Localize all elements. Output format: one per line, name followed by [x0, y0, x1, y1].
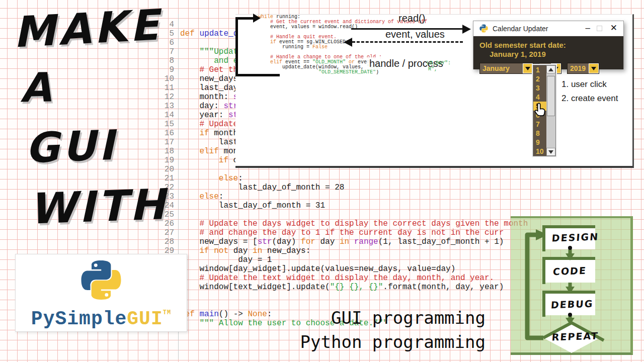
label-read: read() [398, 13, 425, 24]
code-line: running = False [258, 45, 427, 50]
code-line: 24 last_day_of_month = 31 [159, 201, 528, 210]
day-option[interactable]: 2 [533, 74, 546, 83]
pysimplegui-logo-card: PySimpleGUITM [15, 254, 187, 332]
annotation-user-click: 1. user click [561, 79, 607, 89]
thumbnail-canvas: MAKE A GUI WITH 45def update_d67 """Upda… [0, 0, 644, 362]
code-line: 31 window[day_widget].update(values=new_… [159, 264, 528, 274]
loop-arrow-top [235, 17, 255, 20]
code-line: "OLD_SEMESTER_DATE") [258, 70, 427, 75]
label-event-values: event, values [385, 29, 445, 40]
window-title: Calendar Updater [493, 25, 548, 33]
year-combo-value[interactable]: 2019 [568, 63, 589, 73]
calendar-updater-window: Calendar Updater – ✕ Old semester start … [473, 21, 624, 69]
code-line: 22 last_day_of_month = 28 [159, 183, 528, 192]
day-option[interactable]: 9 [533, 138, 546, 147]
day-option[interactable]: 8 [533, 129, 546, 138]
year-combo-dropdown-icon[interactable] [589, 63, 599, 73]
month-combo-dropdown-icon[interactable] [523, 63, 533, 73]
footer-gui-programming: GUI programming [331, 308, 486, 328]
code-line: 26 # Update the days widget to display t… [159, 219, 528, 228]
code-line: 30 day = 1 [159, 255, 528, 264]
day-option[interactable]: 7 [533, 120, 546, 129]
scrollbar-thumb[interactable] [547, 76, 555, 116]
minimize-button[interactable]: – [586, 23, 590, 33]
day-option[interactable]: 3 [533, 83, 546, 93]
loop-arrow [235, 17, 238, 76]
code-line: 27 # and change the day to 1 if the curr… [159, 228, 528, 237]
python-icon [479, 24, 488, 33]
dropdown-scrollbar[interactable] [546, 65, 555, 156]
hand-cursor-icon [534, 103, 547, 117]
code-line: 21 else: [159, 174, 528, 183]
read-arrowhead-icon [462, 25, 471, 34]
code-fragment-2: R", [428, 66, 437, 72]
code-line: 23 else: [159, 192, 528, 201]
pysimplegui-wordmark: PySimpleGUITM [16, 303, 187, 329]
headline-a: A [20, 64, 55, 111]
loop-arrowhead-icon [253, 14, 261, 23]
flow-step-debug: DEBUG [550, 298, 594, 311]
annotation-create-event: 2. create event [561, 94, 618, 104]
code-line: 32 # Update the text widget to display t… [159, 274, 528, 283]
year-combo[interactable]: 2019 [567, 63, 599, 74]
headline-gui: GUI [24, 121, 118, 172]
calendar-titlebar[interactable]: Calendar Updater – ✕ [473, 21, 623, 36]
scroll-down-icon[interactable] [546, 148, 555, 156]
flow-step-repeat: REPEAT [551, 330, 599, 342]
maximize-button[interactable] [597, 26, 602, 31]
code-line: 28 new_days = [str(day) for day in range… [159, 237, 528, 246]
date-label: Old semester start date: [479, 41, 566, 49]
flow-step-code: CODE [552, 265, 587, 277]
day-option[interactable]: 10 [533, 147, 546, 156]
scroll-up-icon[interactable] [546, 65, 555, 73]
code-line: 29 if not day in new_days: [159, 246, 528, 255]
python-logo-icon [80, 259, 122, 301]
month-combo-value[interactable]: January [480, 63, 523, 73]
headline-with: WITH [28, 179, 169, 234]
code-fragment-1: LD_DAY": [427, 60, 451, 66]
event-values-arrowhead-icon [344, 38, 352, 47]
flow-step-design: DESIGN [551, 231, 599, 243]
headline-make: MAKE [12, 0, 163, 57]
event-values-arrow [352, 41, 463, 43]
footer-python-programming: Python programming [300, 332, 486, 352]
close-button[interactable]: ✕ [610, 23, 617, 33]
loop-arrow-bottom [235, 74, 280, 76]
code-line: 33 window[text_widget].update("{} {}, {}… [159, 283, 528, 292]
month-combo[interactable]: January [479, 63, 533, 74]
date-value: January 1, 2019 [490, 50, 546, 58]
code-line: 34 [159, 292, 528, 301]
day-option[interactable]: 4 [533, 93, 546, 102]
day-option[interactable]: 1 [533, 65, 546, 74]
code-line: 25 [159, 210, 528, 219]
